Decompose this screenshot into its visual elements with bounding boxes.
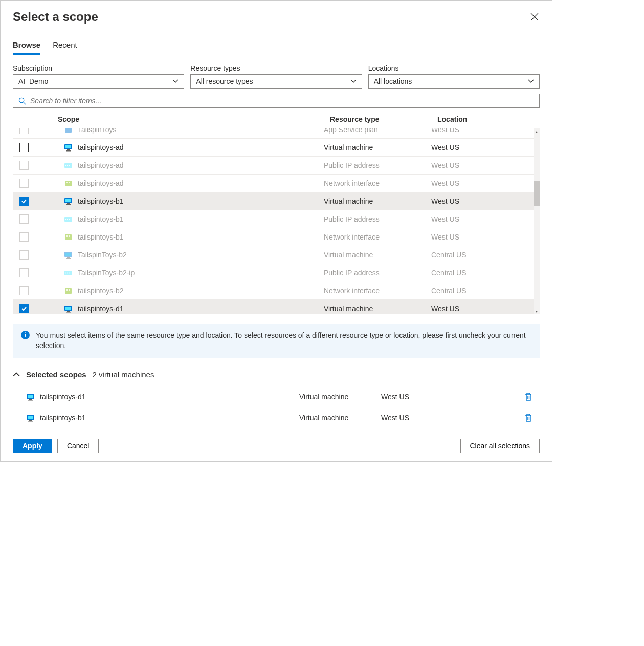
svg-point-20 <box>69 219 70 220</box>
col-location-header: Location <box>437 115 540 123</box>
row-checkbox[interactable] <box>19 197 29 206</box>
row-location: West US <box>431 305 534 313</box>
remove-selection-button[interactable] <box>524 413 540 422</box>
table-row: TailspinToysApp Service planWest US <box>13 128 534 138</box>
table-row[interactable]: tailspintoys-d1Virtual machineWest US <box>13 299 534 314</box>
row-checkbox <box>19 232 29 242</box>
subscription-dropdown[interactable]: AI_Demo <box>13 74 184 89</box>
vm-icon <box>64 251 73 260</box>
svg-rect-21 <box>65 234 72 240</box>
table-row: tailspintoys-b2Network interfaceCentral … <box>13 282 534 299</box>
row-type: Virtual machine <box>324 143 431 152</box>
ip-icon <box>64 215 73 224</box>
svg-rect-46 <box>28 421 33 422</box>
svg-rect-12 <box>69 182 70 183</box>
svg-rect-5 <box>66 150 71 152</box>
nic-icon <box>64 287 73 295</box>
clear-all-button[interactable]: Clear all selections <box>460 439 540 453</box>
svg-rect-33 <box>66 289 68 291</box>
selected-list: tailspintoys-d1Virtual machineWest UStai… <box>13 386 540 428</box>
row-name: tailspintoys-b1 <box>78 233 124 241</box>
row-checkbox <box>19 128 29 134</box>
chevron-up-icon <box>13 372 20 377</box>
svg-rect-3 <box>65 145 71 148</box>
chevron-down-icon <box>350 79 357 83</box>
row-type: Virtual machine <box>324 251 431 259</box>
scroll-thumb[interactable] <box>534 181 540 206</box>
svg-rect-25 <box>65 253 71 256</box>
row-location: West US <box>431 197 534 205</box>
dialog-title: Select a scope <box>13 10 98 24</box>
row-type: Public IP address <box>324 269 431 277</box>
subscription-label: Subscription <box>13 64 184 72</box>
row-name: tailspintoys-b2 <box>78 287 124 295</box>
svg-rect-14 <box>65 199 71 202</box>
close-icon <box>530 13 539 21</box>
collapse-toggle[interactable] <box>13 372 20 377</box>
svg-point-7 <box>65 165 66 166</box>
svg-point-19 <box>67 219 68 220</box>
row-name: tailspintoys-ad <box>78 143 124 152</box>
row-checkbox[interactable] <box>19 143 29 152</box>
cancel-button[interactable]: Cancel <box>57 439 99 453</box>
remove-selection-button[interactable] <box>524 392 540 401</box>
col-scope-header: Scope <box>35 115 330 123</box>
select-scope-dialog: Select a scope Browse Recent Subscriptio… <box>0 0 552 462</box>
ip-icon <box>64 269 73 277</box>
row-location: West US <box>431 161 534 169</box>
row-name: TailspinToys-b2-ip <box>78 269 135 277</box>
selected-row: tailspintoys-d1Virtual machineWest US <box>13 386 540 407</box>
svg-rect-26 <box>67 257 70 258</box>
appsvc-icon <box>64 128 73 134</box>
svg-rect-45 <box>29 420 32 421</box>
selected-row: tailspintoys-b1Virtual machineWest US <box>13 407 540 428</box>
table-row: TailspinToys-b2-ipPublic IP addressCentr… <box>13 264 534 282</box>
svg-rect-32 <box>65 288 72 294</box>
row-type: Network interface <box>324 287 431 295</box>
ip-icon <box>64 161 73 170</box>
row-checkbox[interactable] <box>19 304 29 313</box>
svg-rect-37 <box>67 311 70 312</box>
row-type: Network interface <box>324 179 431 187</box>
search-box[interactable] <box>13 94 540 108</box>
apply-button[interactable]: Apply <box>13 439 52 453</box>
svg-point-18 <box>65 219 66 220</box>
row-name: tailspintoys-ad <box>78 179 124 187</box>
search-input[interactable] <box>30 97 534 105</box>
resourcetypes-dropdown[interactable]: All resource types <box>190 74 362 89</box>
tab-recent[interactable]: Recent <box>53 40 77 55</box>
row-type: App Service plan <box>324 128 431 134</box>
locations-dropdown[interactable]: All locations <box>368 74 540 89</box>
scrollbar[interactable]: ▴ ▾ <box>534 128 540 314</box>
resourcetypes-value: All resource types <box>196 77 253 85</box>
row-name: tailspintoys-d1 <box>78 305 124 313</box>
selected-scopes-summary: 2 virtual machines <box>93 370 154 379</box>
vm-icon <box>26 393 35 401</box>
selected-name: tailspintoys-b1 <box>40 414 86 422</box>
table-row[interactable]: tailspintoys-adVirtual machineWest US <box>13 138 534 156</box>
svg-point-9 <box>69 165 70 166</box>
svg-rect-11 <box>66 182 68 183</box>
svg-point-0 <box>19 98 24 102</box>
table-row[interactable]: tailspintoys-b1Virtual machineWest US <box>13 192 534 210</box>
close-button[interactable] <box>529 12 540 22</box>
svg-point-29 <box>65 272 66 273</box>
scroll-down-arrow[interactable]: ▾ <box>534 308 540 314</box>
info-banner: i You must select items of the same reso… <box>13 324 540 358</box>
table-row: tailspintoys-b1Public IP addressWest US <box>13 210 534 228</box>
scroll-up-arrow[interactable]: ▴ <box>534 128 540 135</box>
table-row: tailspintoys-adNetwork interfaceWest US <box>13 174 534 192</box>
row-location: Central US <box>431 251 534 259</box>
svg-rect-1 <box>65 128 72 133</box>
row-name: tailspintoys-b1 <box>78 197 124 205</box>
svg-point-8 <box>67 165 68 166</box>
svg-rect-10 <box>65 181 72 186</box>
tab-browse[interactable]: Browse <box>13 40 40 55</box>
nic-icon <box>64 233 73 242</box>
svg-rect-22 <box>66 235 68 237</box>
info-icon: i <box>21 331 30 339</box>
selected-name: tailspintoys-d1 <box>40 393 86 401</box>
row-location: West US <box>431 179 534 187</box>
row-type: Virtual machine <box>324 197 431 205</box>
locations-value: All locations <box>374 77 412 85</box>
